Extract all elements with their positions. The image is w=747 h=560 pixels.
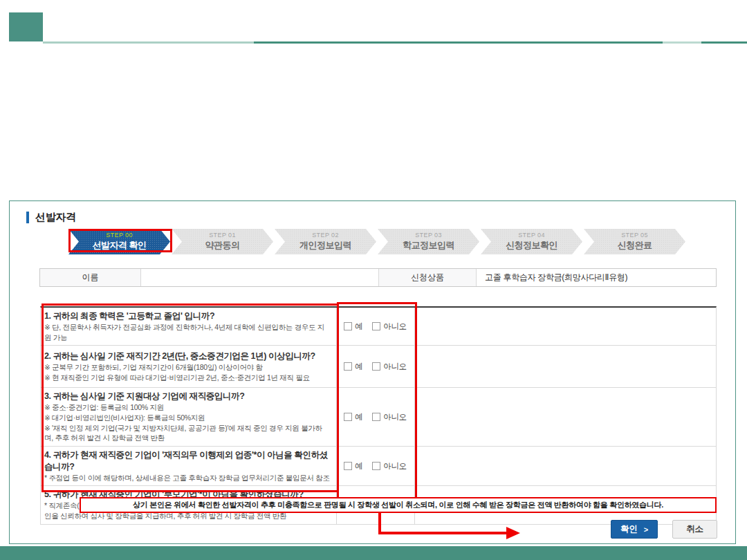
question-cell: 1. 귀하의 최종 학력은 '고등학교 졸업' 입니까? ※ 단, 전문학사 취… xyxy=(41,308,337,345)
question-note: ※ 단, 전문학사 취득자가 전공심화 과정에 진학하거나, 4년제 대학에 신… xyxy=(44,322,331,342)
question-note: ※ '재직 인정 제외 기업(국가 및 지방자치단체, 공공기관 등)'에 재직… xyxy=(44,423,331,443)
no-checkbox[interactable] xyxy=(372,413,380,421)
yes-label: 예 xyxy=(355,362,362,372)
question-cell: 3. 귀하는 심사일 기준 지원대상 기업에 재직중입니까? ※ 중소·중견기업… xyxy=(41,388,337,446)
answer-cell: 예 아니오 xyxy=(337,447,415,485)
yes-option[interactable]: 예 xyxy=(344,321,362,332)
question-title: 4. 귀하가 현재 재직중인 기업이 '재직의무 이행제외 업종'*이 아님을 … xyxy=(44,449,331,473)
no-label: 아니오 xyxy=(383,412,407,422)
answer-cell: 예 아니오 xyxy=(337,388,415,446)
name-label: 이름 xyxy=(40,269,141,286)
question-title: 1. 귀하의 최종 학력은 '고등학교 졸업' 입니까? xyxy=(44,310,331,322)
no-checkbox[interactable] xyxy=(372,322,380,330)
chevron-right-icon: > xyxy=(644,525,648,534)
step-item-5[interactable]: STEP 05 신청완료 xyxy=(584,229,685,254)
confirmation-statement: 상기 본인은 위에서 확인한 선발자격이 추후 미충족함으로 판명될 시 장학생… xyxy=(80,497,717,513)
question-cell: 4. 귀하가 현재 재직중인 기업이 '재직의무 이행제외 업종'*이 아님을 … xyxy=(41,447,337,485)
applicant-info-table: 이름 신청상품 고졸 후학습자 장학금(희망사다리Ⅱ유형) xyxy=(39,268,717,287)
question-row: 3. 귀하는 심사일 기준 지원대상 기업에 재직중입니까? ※ 중소·중견기업… xyxy=(41,388,716,447)
no-checkbox[interactable] xyxy=(372,462,380,470)
step-number: STEP 01 xyxy=(209,232,236,240)
title-accent-bar xyxy=(26,212,29,223)
empty-cell xyxy=(415,447,716,485)
question-note: ※ 현 재직중인 기업 유형에 따라 대기업·비영리기관 2년, 중소·중견기업… xyxy=(44,373,331,383)
step-label: 약관동의 xyxy=(205,240,240,252)
no-label: 아니오 xyxy=(383,321,407,332)
no-checkbox[interactable] xyxy=(372,362,380,371)
no-label: 아니오 xyxy=(383,362,407,372)
footer-bar xyxy=(0,546,747,560)
answer-cell: 예 아니오 xyxy=(337,346,415,387)
step-label: 선발자격 확인 xyxy=(92,240,146,252)
step-label: 학교정보입력 xyxy=(403,240,454,252)
step-item-4[interactable]: STEP 04 신청정보확인 xyxy=(481,229,582,254)
step-number: STEP 04 xyxy=(518,232,545,240)
empty-cell xyxy=(415,346,716,387)
step-label: 신청정보확인 xyxy=(506,240,557,252)
yes-label: 예 xyxy=(355,461,362,472)
step-number: STEP 03 xyxy=(415,232,442,240)
no-option[interactable]: 아니오 xyxy=(372,362,407,372)
step-number: STEP 00 xyxy=(106,232,133,240)
step-item-0[interactable]: STEP 00 선발자격 확인 xyxy=(68,229,170,254)
question-row: 2. 귀하는 심사일 기준 재직기간 2년(단, 중소중견기업은 1년) 이상입… xyxy=(41,346,716,388)
red-annotation-arrow xyxy=(369,512,535,541)
yes-checkbox[interactable] xyxy=(344,362,352,371)
step-item-3[interactable]: STEP 03 학교정보입력 xyxy=(378,229,479,254)
question-note: * 주점업 등이 이에 해당하며, 상세내용은 고졸 후학습자 장학금 업무처리… xyxy=(44,473,331,483)
no-option[interactable]: 아니오 xyxy=(372,412,407,422)
page: 선발자격 STEP 00 선발자격 확인 STEP 01 약관동의 STEP 0… xyxy=(0,0,747,560)
yes-option[interactable]: 예 xyxy=(344,412,362,422)
yes-checkbox[interactable] xyxy=(344,413,352,421)
confirm-button-label: 확인 xyxy=(620,523,637,535)
cancel-button[interactable]: 취소 xyxy=(672,520,717,539)
name-value xyxy=(141,269,379,286)
question-row: 4. 귀하가 현재 재직중인 기업이 '재직의무 이행제외 업종'*이 아님을 … xyxy=(41,447,716,486)
product-label: 신청상품 xyxy=(379,269,477,286)
yes-label: 예 xyxy=(355,412,362,422)
step-number: STEP 02 xyxy=(312,232,339,240)
step-item-1[interactable]: STEP 01 약관동의 xyxy=(172,229,273,254)
header-divider xyxy=(43,41,747,44)
yes-checkbox[interactable] xyxy=(344,322,352,330)
yes-option[interactable]: 예 xyxy=(344,362,362,372)
application-panel: 선발자격 STEP 00 선발자격 확인 STEP 01 약관동의 STEP 0… xyxy=(9,200,736,544)
yes-checkbox[interactable] xyxy=(344,462,352,470)
step-indicator: STEP 00 선발자격 확인 STEP 01 약관동의 STEP 02 개인정… xyxy=(68,229,685,254)
question-cell: 2. 귀하는 심사일 기준 재직기간 2년(단, 중소중견기업은 1년) 이상입… xyxy=(41,346,337,387)
confirm-button[interactable]: 확인 > xyxy=(611,520,658,539)
no-label: 아니오 xyxy=(383,461,407,472)
page-title: 선발자격 xyxy=(35,211,76,224)
question-note: ※ 군복무 기간 포함하되, 기업 재직기간이 6개월(180일) 이상이어야 … xyxy=(44,362,331,373)
step-item-2[interactable]: STEP 02 개인정보입력 xyxy=(275,229,376,254)
question-note: ※ 대기업·비영리법인(비사업자): 등록금의 50%지원 xyxy=(44,413,331,423)
question-title: 2. 귀하는 심사일 기준 재직기간 2년(단, 중소중견기업은 1년) 이상입… xyxy=(44,351,331,362)
step-number: STEP 05 xyxy=(621,232,648,240)
panel-title: 선발자격 xyxy=(26,211,76,224)
question-row: 1. 귀하의 최종 학력은 '고등학교 졸업' 입니까? ※ 단, 전문학사 취… xyxy=(41,308,716,346)
question-title: 3. 귀하는 심사일 기준 지원대상 기업에 재직중입니까? xyxy=(44,391,331,402)
header-logo-block xyxy=(9,12,43,41)
empty-cell xyxy=(415,308,716,345)
yes-option[interactable]: 예 xyxy=(344,461,362,472)
answer-cell: 예 아니오 xyxy=(337,308,415,345)
step-label: 신청완료 xyxy=(618,240,652,252)
qualification-question-table: 1. 귀하의 최종 학력은 '고등학교 졸업' 입니까? ※ 단, 전문학사 취… xyxy=(40,306,717,525)
no-option[interactable]: 아니오 xyxy=(372,461,407,472)
question-note: ※ 중소·중견기업: 등록금의 100% 지원 xyxy=(44,402,331,413)
no-option[interactable]: 아니오 xyxy=(372,321,407,332)
empty-cell xyxy=(415,388,716,446)
yes-label: 예 xyxy=(355,321,362,332)
product-value: 고졸 후학습자 장학금(희망사다리Ⅱ유형) xyxy=(477,269,716,286)
step-label: 개인정보입력 xyxy=(299,240,351,252)
